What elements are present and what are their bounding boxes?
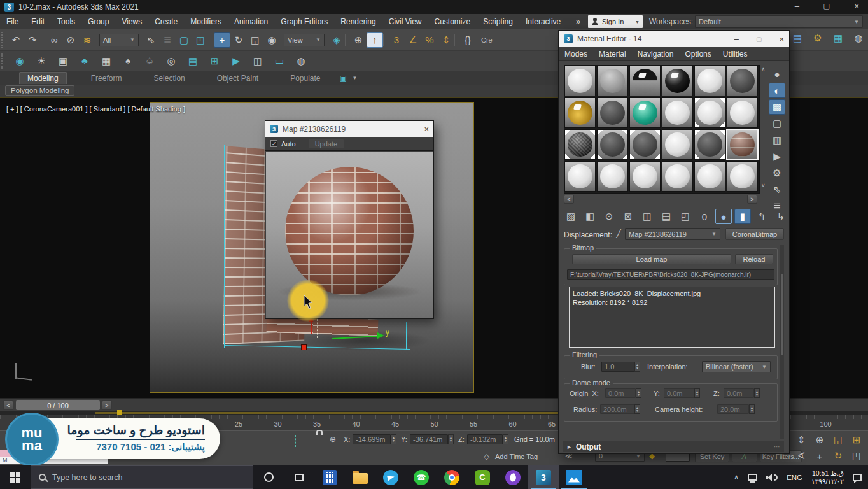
maximize-button[interactable]: ▢ <box>823 2 830 10</box>
window-crossing-icon[interactable]: ◳ <box>192 32 209 48</box>
camera-height-spinner[interactable]: ▲▼ <box>749 404 755 414</box>
z-coord-field[interactable]: -0.132m <box>467 434 503 444</box>
material-slot[interactable] <box>694 161 725 192</box>
gizmo-z-axis[interactable] <box>311 322 312 334</box>
menu-overflow-chevron[interactable]: » <box>576 17 580 26</box>
material-slot[interactable] <box>564 161 596 192</box>
select-by-material-icon[interactable]: ⇖ <box>769 182 785 197</box>
background-icon[interactable]: ▩ <box>769 99 785 115</box>
get-material-icon[interactable]: ▨ <box>563 209 579 224</box>
material-slot[interactable] <box>564 97 596 128</box>
scroll-right-button[interactable]: > <box>747 195 757 204</box>
cortana-button[interactable] <box>253 465 284 489</box>
select-move-icon[interactable]: + <box>214 32 230 48</box>
material-slot[interactable] <box>564 129 596 160</box>
light-icon[interactable]: ◉ <box>11 53 28 69</box>
origin-y-field[interactable]: 0.0m <box>664 388 694 398</box>
bitmap-path-field[interactable]: F:\tutorial\Vray\TEXTUER\PBR\Bricks020_8… <box>567 269 774 280</box>
camera-height-field[interactable]: 20.0m <box>717 404 749 414</box>
origin-y-spinner[interactable]: ▲▼ <box>694 388 700 398</box>
tab-populate[interactable]: Populate <box>283 73 328 84</box>
minimize-icon[interactable]: – <box>728 34 745 44</box>
menu-item-modifiers[interactable]: Modifiers <box>184 14 228 29</box>
menu-item-interactive[interactable]: Interactive <box>519 14 567 29</box>
zoom-all-icon[interactable]: ⊕ <box>811 432 828 448</box>
me-menu-navigation[interactable]: Navigation <box>632 50 680 59</box>
me-menu-options[interactable]: Options <box>679 50 717 59</box>
menu-item-group[interactable]: Group <box>81 14 115 29</box>
menu-item-civil-view[interactable]: Civil View <box>382 14 428 29</box>
pivot-icon[interactable]: ⊕ <box>350 32 367 48</box>
put-to-scene-icon[interactable]: ◧ <box>582 209 598 224</box>
material-slot[interactable] <box>597 129 628 160</box>
add-time-tag[interactable]: Add Time Tag <box>495 453 538 460</box>
menu-item-graph-editors[interactable]: Graph Editors <box>274 14 334 29</box>
zoom-icon[interactable]: ⇕ <box>793 432 809 448</box>
me-menu-material[interactable]: Material <box>593 50 632 59</box>
render-production-icon[interactable]: ◍ <box>850 31 867 46</box>
taskbar-item-telegram[interactable] <box>375 465 406 489</box>
video-color-check-icon[interactable]: ▥ <box>769 132 785 148</box>
go-forward-sibling-icon[interactable]: ↳ <box>773 209 789 224</box>
output-rollout[interactable]: ► Output ⋯ <box>563 441 784 452</box>
tab-object-paint[interactable]: Object Paint <box>209 73 266 84</box>
tab-selection[interactable]: Selection <box>146 73 192 84</box>
assign-to-selection-icon[interactable]: ⊙ <box>601 209 617 224</box>
render-teapot-gear-icon[interactable]: ⚙ <box>809 31 826 46</box>
material-slot[interactable] <box>629 97 661 128</box>
material-slot[interactable] <box>629 129 661 160</box>
menu-item-customize[interactable]: Customize <box>428 14 477 29</box>
rect-selection-icon[interactable]: ▢ <box>176 32 192 48</box>
toolbar-handle[interactable] <box>1 53 5 69</box>
toolbar-handle[interactable] <box>1 32 5 48</box>
rotate-icon[interactable]: ↻ <box>230 32 247 48</box>
scroll-up-icon[interactable]: ∧ <box>761 66 766 73</box>
radius-field[interactable]: 200.0m <box>600 404 634 414</box>
map-window-titlebar[interactable]: 3 Map #2138626119 × <box>265 121 433 137</box>
ribbon-config-dropdown[interactable]: ▣ ▼ <box>337 73 358 84</box>
save-material-icon[interactable]: ◰ <box>677 209 694 224</box>
maximize-viewport-icon[interactable]: ◰ <box>848 448 865 464</box>
viewport-label[interactable]: [ + ] [ CoronaCamera001 ] [ Standard ] [… <box>6 105 185 113</box>
material-slot[interactable] <box>694 97 725 128</box>
selection-region-icon[interactable] <box>295 435 296 447</box>
uv-tiling-icon[interactable]: ▢ <box>769 116 785 131</box>
redo-icon[interactable]: ↷ <box>24 32 41 48</box>
video-icon[interactable]: ▶ <box>228 53 244 69</box>
go-to-parent-icon[interactable]: ↰ <box>753 209 770 224</box>
camera-icon[interactable]: ▣ <box>55 53 71 69</box>
sample-type-icon[interactable]: ● <box>769 66 785 82</box>
start-button[interactable] <box>0 465 31 489</box>
material-slot[interactable] <box>597 97 628 128</box>
scroll-down-icon[interactable]: ∨ <box>761 182 766 188</box>
scale-icon[interactable]: ◱ <box>247 32 263 48</box>
percent-snap-icon[interactable]: % <box>421 32 438 48</box>
taskbar-item-3dsmax[interactable]: 3 <box>528 465 559 489</box>
volume-icon[interactable] <box>766 474 778 481</box>
x-coord-field[interactable]: -14.699m <box>353 434 391 444</box>
spinner-snap-icon[interactable]: ⇕ <box>438 32 454 48</box>
taskbar-item-calculator[interactable] <box>314 465 345 489</box>
material-slot[interactable] <box>629 66 661 96</box>
render-frame-window-icon[interactable]: ▦ <box>830 31 846 46</box>
pivot-point-marker[interactable] <box>301 344 307 350</box>
close-icon[interactable]: × <box>424 124 429 134</box>
torus-icon[interactable]: ◎ <box>163 53 179 69</box>
search-input[interactable]: Type here to search <box>31 465 253 489</box>
ref-coord-icon[interactable]: ◈ <box>328 32 345 48</box>
me-menu-utilities[interactable]: Utilities <box>717 50 753 59</box>
zoom-extents-icon[interactable]: ◱ <box>830 432 846 448</box>
origin-z-spinner[interactable]: ▲▼ <box>754 388 760 398</box>
tree-icon[interactable]: ♠ <box>120 53 136 69</box>
use-center-icon[interactable]: ↑ <box>367 32 383 48</box>
taskbar-item-chrome[interactable] <box>437 465 467 489</box>
render-setup-icon[interactable]: ▤ <box>789 31 806 46</box>
taskbar-item-camtasia[interactable]: C <box>467 465 498 489</box>
minimize-button[interactable]: – <box>795 1 799 11</box>
named-selection-sets-icon[interactable]: {} <box>459 32 476 48</box>
selection-filter-dropdown[interactable]: All▼ <box>99 34 139 46</box>
link-icon[interactable]: ∞ <box>46 32 62 48</box>
pan-icon[interactable]: + <box>811 448 828 464</box>
material-slot[interactable] <box>727 161 758 192</box>
zoom-extents-all-icon[interactable]: ⊞ <box>848 432 865 448</box>
